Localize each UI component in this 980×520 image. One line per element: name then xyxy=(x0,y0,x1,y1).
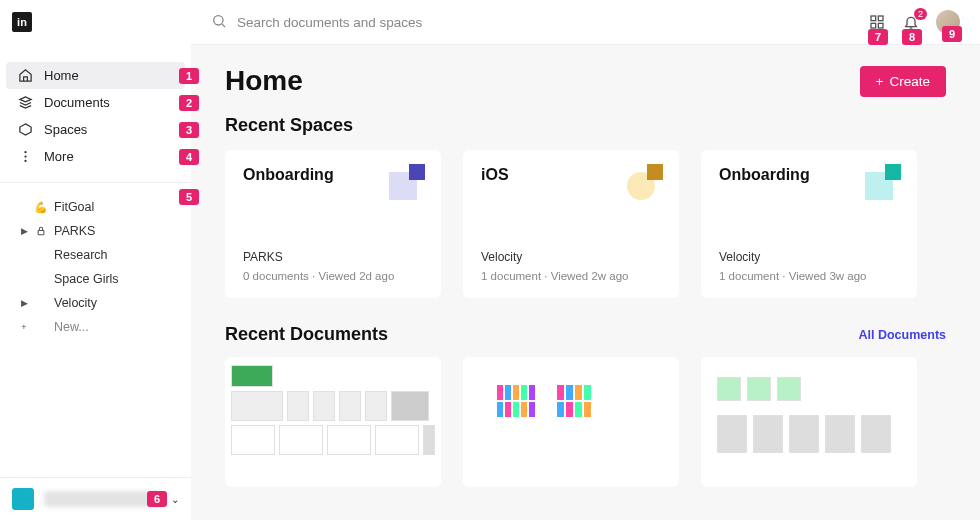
apps-icon[interactable]: 7 xyxy=(868,13,886,31)
sidebar-spaces-list: 💪 FitGoal 5 ▶ PARKS Research Space Girls… xyxy=(0,195,191,339)
space-card-subtitle: Velocity xyxy=(481,250,661,264)
nav-label: More xyxy=(44,149,74,164)
section-title-spaces: Recent Spaces xyxy=(225,115,946,136)
recent-spaces-row: Onboarding PARKS 0 documents · Viewed 2d… xyxy=(225,150,946,298)
svg-rect-7 xyxy=(878,16,883,21)
home-icon xyxy=(18,68,33,83)
document-card[interactable] xyxy=(701,357,917,487)
callout-badge: 4 xyxy=(179,149,199,165)
team-avatar xyxy=(12,488,34,510)
team-name xyxy=(44,491,161,507)
svg-rect-4 xyxy=(38,231,44,235)
space-card[interactable]: Onboarding Velocity 1 document · Viewed … xyxy=(701,150,917,298)
space-card-meta: 1 document · Viewed 2w ago xyxy=(481,270,661,282)
nav-label: Documents xyxy=(44,95,110,110)
notifications-icon[interactable]: 2 8 xyxy=(902,13,920,31)
sidebar: in Home 1 Documents 2 Spaces 3 xyxy=(0,0,191,520)
sidebar-space-fitgoal[interactable]: 💪 FitGoal 5 xyxy=(6,195,185,219)
callout-badge: 7 xyxy=(868,29,888,45)
sidebar-space-label: PARKS xyxy=(54,224,95,238)
svg-point-2 xyxy=(24,155,26,157)
nav-spaces[interactable]: Spaces 3 xyxy=(6,116,185,143)
search-placeholder: Search documents and spaces xyxy=(237,15,422,30)
callout-badge: 9 xyxy=(942,26,962,42)
svg-rect-6 xyxy=(871,16,876,21)
space-card-subtitle: PARKS xyxy=(243,250,423,264)
sidebar-space-research[interactable]: Research xyxy=(6,243,185,267)
topbar: Search documents and spaces 7 2 8 9 xyxy=(191,0,980,45)
sidebar-space-label: Research xyxy=(54,248,108,262)
sidebar-space-label: Velocity xyxy=(54,296,97,310)
callout-badge: 8 xyxy=(902,29,922,45)
caret-right-icon: ▶ xyxy=(20,298,28,308)
callout-badge: 1 xyxy=(179,68,199,84)
nav-label: Home xyxy=(44,68,79,83)
space-card-meta: 0 documents · Viewed 2d ago xyxy=(243,270,423,282)
nav-home[interactable]: Home 1 xyxy=(6,62,185,89)
emoji-icon: 💪 xyxy=(35,201,47,214)
create-label: Create xyxy=(889,74,930,89)
space-shape-icon xyxy=(627,164,663,200)
space-card-subtitle: Velocity xyxy=(719,250,899,264)
lock-icon xyxy=(35,226,47,236)
space-shape-icon xyxy=(865,164,901,200)
content: Home + Create Recent Spaces Onboarding P… xyxy=(191,45,980,520)
nav-documents[interactable]: Documents 2 xyxy=(6,89,185,116)
space-card-meta: 1 document · Viewed 3w ago xyxy=(719,270,899,282)
sidebar-space-label: FitGoal xyxy=(54,200,94,214)
sidebar-space-spacegirls[interactable]: Space Girls xyxy=(6,267,185,291)
space-card[interactable]: iOS Velocity 1 document · Viewed 2w ago xyxy=(463,150,679,298)
sidebar-space-label: New... xyxy=(54,320,89,334)
plus-icon: + xyxy=(20,322,28,332)
svg-point-1 xyxy=(24,151,26,153)
svg-rect-8 xyxy=(871,23,876,28)
svg-rect-9 xyxy=(878,23,883,28)
search-input[interactable]: Search documents and spaces xyxy=(211,13,854,32)
callout-badge: 2 xyxy=(179,95,199,111)
nav-more[interactable]: More 4 xyxy=(6,143,185,170)
recent-docs-row xyxy=(225,357,946,487)
caret-right-icon: ▶ xyxy=(20,226,28,236)
space-shape-icon xyxy=(389,164,425,200)
all-documents-link[interactable]: All Documents xyxy=(858,328,946,342)
sidebar-space-label: Space Girls xyxy=(54,272,119,286)
callout-badge: 5 xyxy=(179,189,199,205)
spaces-icon xyxy=(18,122,33,137)
section-title-docs: Recent Documents xyxy=(225,324,388,345)
divider xyxy=(0,182,191,183)
document-card[interactable] xyxy=(463,357,679,487)
nav-main: Home 1 Documents 2 Spaces 3 More 4 xyxy=(0,62,191,170)
callout-badge: 3 xyxy=(179,122,199,138)
svg-marker-0 xyxy=(20,124,31,135)
topbar-actions: 7 2 8 9 xyxy=(868,10,960,34)
app-logo[interactable]: in xyxy=(12,12,32,32)
notification-count-badge: 2 xyxy=(914,8,927,20)
sidebar-footer[interactable]: 6 ⌄ xyxy=(0,477,191,520)
page-title: Home xyxy=(225,65,303,97)
sidebar-new-space[interactable]: + New... xyxy=(6,315,185,339)
chevron-down-icon: ⌄ xyxy=(171,494,179,505)
nav-label: Spaces xyxy=(44,122,87,137)
callout-badge: 6 xyxy=(147,491,167,507)
svg-point-5 xyxy=(214,15,223,24)
more-icon xyxy=(18,149,33,164)
sidebar-space-velocity[interactable]: ▶ Velocity xyxy=(6,291,185,315)
user-avatar[interactable]: 9 xyxy=(936,10,960,34)
search-icon xyxy=(211,13,227,32)
create-button[interactable]: + Create xyxy=(860,66,946,97)
svg-point-3 xyxy=(24,160,26,162)
document-card[interactable] xyxy=(225,357,441,487)
main: Search documents and spaces 7 2 8 9 Home… xyxy=(191,0,980,520)
sidebar-space-parks[interactable]: ▶ PARKS xyxy=(6,219,185,243)
documents-icon xyxy=(18,95,33,110)
plus-icon: + xyxy=(876,74,884,89)
space-card[interactable]: Onboarding PARKS 0 documents · Viewed 2d… xyxy=(225,150,441,298)
